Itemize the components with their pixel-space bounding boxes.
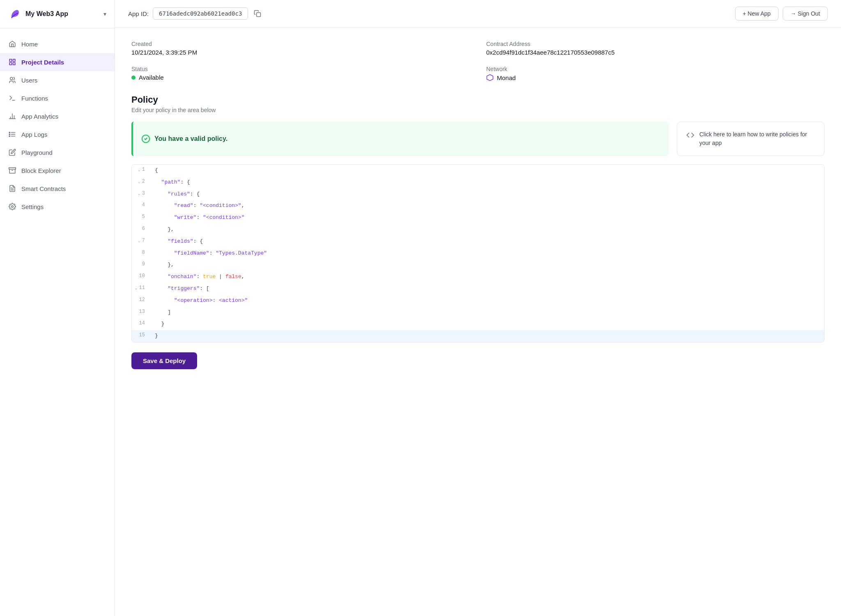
leaf-logo [8, 7, 21, 21]
status-dot-icon [131, 76, 136, 80]
users-icon [8, 76, 16, 84]
sidebar-item-home[interactable]: Home [0, 35, 115, 53]
code-line-11: ⌄11 "triggers": [ [132, 283, 824, 295]
bar-chart-icon [8, 112, 16, 120]
network-value: Monad [497, 74, 516, 81]
svg-point-15 [9, 136, 10, 136]
learn-policy-text: Click here to learn how to write policie… [699, 130, 815, 147]
policy-row: You have a valid policy. Click here to l… [131, 122, 825, 156]
svg-rect-1 [13, 59, 15, 61]
status-badge: Available [131, 74, 470, 81]
sidebar-item-block-explorer[interactable]: Block Explorer [0, 161, 115, 179]
svg-marker-22 [487, 75, 493, 81]
settings-icon [8, 202, 16, 211]
svg-rect-2 [9, 63, 11, 65]
code-line-6: 6 }, [132, 224, 824, 236]
svg-rect-0 [9, 59, 11, 61]
created-label: Created [131, 41, 470, 47]
sidebar: My Web3 App ▾ Home Project Details [0, 0, 115, 616]
save-deploy-button[interactable]: Save & Deploy [131, 352, 197, 369]
code-line-15: 15 } [132, 330, 824, 342]
sidebar-item-users-label: Users [21, 77, 37, 84]
contract-address-block: Contract Address 0x2cd94f91dc1f34aee78c1… [486, 41, 825, 56]
sign-out-button[interactable]: → Sign Out [783, 7, 828, 21]
status-label: Status [131, 66, 470, 72]
contract-value: 0x2cd94f91dc1f34aee78c122170553e09887c5 [486, 49, 825, 56]
project-info-grid: Created 10/21/2024, 3:39:25 PM Contract … [131, 41, 825, 81]
svg-point-14 [9, 134, 10, 135]
terminal-icon [8, 94, 16, 102]
status-value: Available [139, 74, 164, 81]
code-line-9: 9 }, [132, 259, 824, 271]
sidebar-item-functions[interactable]: Functions [0, 89, 115, 107]
app-name-label: My Web3 App [25, 10, 99, 18]
home-icon [8, 40, 16, 48]
code-editor[interactable]: ⌄1 { ⌄2 "path": { ⌄3 "rules": { 4 "read"… [131, 164, 825, 342]
sidebar-item-settings-label: Settings [21, 203, 44, 210]
learn-policy-card[interactable]: Click here to learn how to write policie… [677, 122, 825, 156]
new-app-button[interactable]: + New App [735, 7, 779, 21]
svg-rect-3 [13, 63, 15, 65]
main-content: App ID: 6716adedc092ab6021ead0c3 + New A… [115, 0, 841, 616]
svg-point-4 [10, 77, 13, 80]
copy-appid-button[interactable] [252, 8, 263, 19]
sidebar-item-functions-label: Functions [21, 95, 48, 102]
appid-value: 6716adedc092ab6021ead0c3 [153, 7, 248, 20]
code-icon [686, 131, 694, 139]
network-block: Network Monad [486, 66, 825, 81]
list-icon [8, 130, 16, 138]
code-line-12: 12 "<operation>: <action>" [132, 295, 824, 307]
svg-point-20 [11, 206, 14, 208]
sidebar-item-smart-contracts-label: Smart Contracts [21, 185, 66, 192]
monad-icon [486, 74, 494, 81]
svg-point-13 [9, 132, 10, 133]
sidebar-item-block-explorer-label: Block Explorer [21, 167, 61, 174]
svg-rect-16 [9, 168, 16, 169]
created-block: Created 10/21/2024, 3:39:25 PM [131, 41, 470, 56]
grid-icon [8, 58, 16, 66]
edit-icon [8, 148, 16, 156]
code-line-2: ⌄2 "path": { [132, 177, 824, 188]
sidebar-item-smart-contracts[interactable]: Smart Contracts [0, 179, 115, 198]
main-nav: Home Project Details Users [0, 28, 115, 616]
code-line-14: 14 } [132, 318, 824, 330]
created-value: 10/21/2024, 3:39:25 PM [131, 49, 470, 56]
sidebar-item-users[interactable]: Users [0, 71, 115, 89]
app-selector[interactable]: My Web3 App ▾ [0, 0, 115, 28]
sidebar-item-app-logs-label: App Logs [21, 131, 47, 138]
code-line-3: ⌄3 "rules": { [132, 188, 824, 200]
chevron-down-icon: ▾ [103, 11, 106, 17]
page-content: Created 10/21/2024, 3:39:25 PM Contract … [115, 28, 841, 382]
sidebar-item-settings[interactable]: Settings [0, 198, 115, 216]
code-line-10: 10 "onchain": true | false, [132, 271, 824, 283]
network-label: Network [486, 66, 825, 72]
sidebar-item-playground-label: Playground [21, 149, 53, 156]
sidebar-item-app-analytics-label: App Analytics [21, 113, 58, 120]
code-line-7: ⌄7 "fields": { [132, 236, 824, 248]
code-line-1: ⌄1 { [132, 165, 824, 177]
topbar: App ID: 6716adedc092ab6021ead0c3 + New A… [115, 0, 841, 28]
code-line-13: 13 ] [132, 307, 824, 319]
policy-title: Policy [131, 94, 825, 105]
status-block: Status Available [131, 66, 470, 81]
appid-section: App ID: 6716adedc092ab6021ead0c3 [128, 7, 263, 20]
topbar-actions: + New App → Sign Out [735, 7, 828, 21]
sidebar-item-playground[interactable]: Playground [0, 143, 115, 161]
file-text-icon [8, 184, 16, 193]
contract-label: Contract Address [486, 41, 825, 47]
box-icon [8, 166, 16, 175]
appid-label: App ID: [128, 10, 149, 17]
network-badge: Monad [486, 74, 825, 81]
sidebar-item-project-details-label: Project Details [21, 59, 64, 66]
valid-policy-text: You have a valid policy. [154, 135, 227, 143]
code-line-4: 4 "read": "<condition>", [132, 200, 824, 212]
valid-policy-banner: You have a valid policy. [131, 122, 669, 156]
policy-subtitle: Edit your policy in the area below [131, 107, 825, 113]
check-circle-icon [141, 134, 150, 143]
sidebar-item-app-analytics[interactable]: App Analytics [0, 107, 115, 125]
code-line-5: 5 "write": "<condition>" [132, 212, 824, 224]
policy-section: Policy Edit your policy in the area belo… [131, 94, 825, 369]
code-line-8: 8 "fieldName": "Types.DataType" [132, 248, 824, 260]
sidebar-item-project-details[interactable]: Project Details [0, 53, 115, 71]
sidebar-item-app-logs[interactable]: App Logs [0, 125, 115, 143]
